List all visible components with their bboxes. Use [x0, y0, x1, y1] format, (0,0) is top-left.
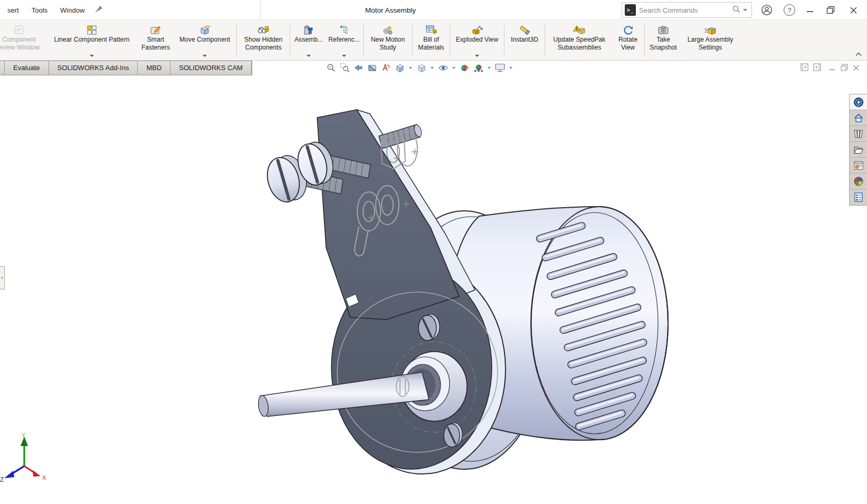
- apply-scene-caret-icon[interactable]: [488, 67, 491, 69]
- tab-solidworks-add-ins[interactable]: SOLIDWORKS Add-Ins: [49, 61, 138, 75]
- dropdown-caret-icon[interactable]: [307, 55, 311, 57]
- command-tab-row: Evaluate SOLIDWORKS Add-Ins MBD SOLIDWOR…: [0, 61, 867, 75]
- ribbon-toolbar: Component eview Window Linear Component …: [0, 20, 867, 61]
- update-speedpak-subassemblies-button[interactable]: Update SpeedPak Subassemblies: [546, 23, 613, 59]
- large-assembly-settings-icon: [704, 23, 717, 35]
- zoom-to-area-icon[interactable]: [339, 62, 351, 74]
- custom-properties-icon[interactable]: [850, 189, 867, 205]
- rotate-view-button[interactable]: Rotate View: [613, 23, 643, 59]
- menu-insert[interactable]: sert: [2, 4, 24, 16]
- apply-scene-icon[interactable]: [472, 62, 484, 74]
- featuremanager-flyout-tab[interactable]: [0, 266, 5, 289]
- ribbon-separator: [290, 24, 290, 56]
- section-view-icon[interactable]: [366, 62, 378, 74]
- search-scope-caret-icon[interactable]: [743, 9, 747, 11]
- doc-restore-icon[interactable]: [841, 64, 848, 73]
- triad-x-arrow: [33, 470, 41, 477]
- dynamic-annotation-views-icon[interactable]: [380, 62, 392, 74]
- bracket-screw-top: [418, 314, 440, 341]
- heads-up-view-toolbar: [325, 62, 514, 74]
- triad-x-label: X: [42, 474, 46, 481]
- smart-fasteners-icon: [150, 23, 161, 35]
- tab-evaluate[interactable]: Evaluate: [5, 61, 49, 75]
- display-style-caret-icon[interactable]: [431, 67, 434, 69]
- solidworks-resources-icon[interactable]: [850, 94, 867, 110]
- view-settings-icon[interactable]: [494, 62, 506, 74]
- smart-fasteners-button[interactable]: Smart Fasteners: [137, 23, 174, 59]
- edit-appearance-icon[interactable]: [459, 62, 471, 74]
- ribbon-separator: [644, 24, 645, 56]
- triad-z-label: Z: [0, 476, 4, 483]
- linear-component-pattern-button[interactable]: Linear Component Pattern: [46, 23, 137, 59]
- display-style-icon[interactable]: [415, 62, 427, 74]
- dropdown-caret-icon[interactable]: [342, 55, 346, 57]
- linear-pattern-icon: [87, 23, 97, 35]
- bracket-screw-bottom: [444, 423, 462, 447]
- view-orientation-icon[interactable]: [394, 62, 406, 74]
- restore-window-icon[interactable]: [825, 4, 836, 16]
- ribbon-separator: [450, 24, 450, 56]
- view-palette-icon[interactable]: [850, 158, 867, 173]
- help-icon[interactable]: ?: [784, 4, 795, 16]
- ribbon-collapse-icon[interactable]: [855, 49, 862, 59]
- view-settings-caret-icon[interactable]: [509, 67, 512, 69]
- large-assembly-settings-button[interactable]: Large Assembly Settings: [681, 23, 740, 59]
- show-hidden-components-icon: [257, 23, 270, 35]
- view-orientation-caret-icon[interactable]: [409, 67, 412, 69]
- take-snapshot-button[interactable]: Take Snapshot: [646, 23, 681, 59]
- hide-show-items-icon[interactable]: [437, 62, 449, 74]
- graphics-viewport[interactable]: Y Z X: [0, 76, 867, 504]
- reference-geometry-button[interactable]: Referenc...: [326, 23, 362, 59]
- tab-solidworks-cam[interactable]: SOLIDWORKS CAM: [170, 61, 252, 75]
- previous-view-icon[interactable]: [352, 62, 365, 74]
- user-account-icon[interactable]: [761, 4, 773, 16]
- appearances-scenes-icon[interactable]: [850, 173, 867, 189]
- close-window-icon[interactable]: [847, 4, 859, 16]
- doc-minimize-icon[interactable]: [829, 64, 836, 73]
- window-title: Motor Assembly: [322, 0, 459, 20]
- search-commands-box[interactable]: >_: [622, 2, 752, 18]
- pane-left-icon[interactable]: [801, 63, 808, 73]
- home-icon[interactable]: [850, 110, 867, 126]
- ribbon-separator: [545, 24, 545, 56]
- pane-right-icon[interactable]: [813, 63, 821, 73]
- dropdown-caret-icon[interactable]: [475, 55, 479, 57]
- exploded-view-button[interactable]: Exploded View: [451, 23, 503, 59]
- menu-bar: sert Tools Window: [0, 0, 103, 20]
- dropdown-caret-icon[interactable]: [90, 55, 94, 57]
- show-hidden-components-button[interactable]: Show Hidden Components: [238, 23, 289, 59]
- new-motion-study-button[interactable]: New Motion Study: [365, 23, 411, 59]
- triad-y-label: Y: [21, 431, 26, 439]
- hide-show-items-caret-icon[interactable]: [452, 67, 455, 69]
- update-speedpak-icon: [573, 23, 586, 35]
- design-library-icon[interactable]: [850, 126, 867, 142]
- move-component-button[interactable]: Move Component: [174, 23, 235, 59]
- menu-window[interactable]: Window: [55, 4, 90, 16]
- component-preview-window-button: Component eview Window: [0, 23, 46, 59]
- doc-close-icon[interactable]: [853, 64, 860, 73]
- pin-icon[interactable]: [95, 5, 103, 15]
- triad-z-arrow: [4, 471, 14, 478]
- reference-geometry-icon: [339, 23, 349, 35]
- instant3d-button[interactable]: Instant3D: [506, 23, 544, 59]
- ribbon-separator: [236, 24, 237, 56]
- motor-assembly-model: Y Z X: [0, 76, 867, 504]
- new-motion-study-icon: [382, 23, 394, 35]
- assembly-features-button[interactable]: Assemb...: [291, 23, 326, 59]
- dropdown-caret-icon[interactable]: [203, 55, 207, 57]
- menu-tools[interactable]: Tools: [26, 4, 53, 16]
- search-icon[interactable]: [732, 5, 741, 16]
- command-tab-strip: Evaluate SOLIDWORKS Add-Ins MBD SOLIDWOR…: [0, 61, 252, 75]
- ribbon-separator: [412, 24, 413, 56]
- search-input[interactable]: [639, 6, 732, 14]
- tab-mbd[interactable]: MBD: [138, 61, 170, 75]
- title-bar: sert Tools Window Motor Assembly >_ ?: [0, 0, 867, 20]
- minimize-window-icon[interactable]: [804, 4, 816, 16]
- bill-of-materials-button[interactable]: Bill of Materials: [414, 23, 449, 59]
- zoom-to-fit-icon[interactable]: [325, 62, 337, 74]
- flyout-arrow-icon: [1, 277, 3, 279]
- tab-sliver[interactable]: [0, 61, 5, 75]
- rotate-view-icon: [622, 23, 634, 35]
- component-preview-icon: [13, 23, 25, 35]
- file-explorer-icon[interactable]: [850, 142, 867, 158]
